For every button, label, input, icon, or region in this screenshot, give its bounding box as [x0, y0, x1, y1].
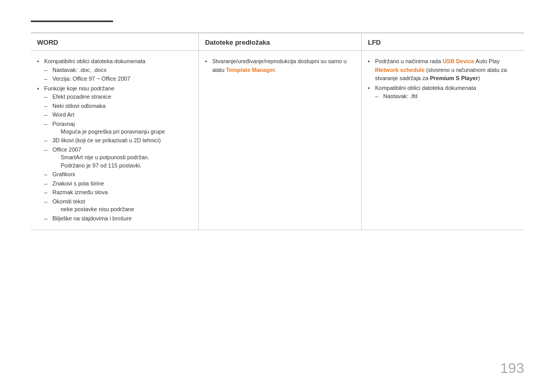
col-heading-word: WORD [31, 33, 198, 51]
word-sub-2-6-note1: SmartArt nije u potpunosti podržan. [52, 154, 192, 161]
word-sub-2-5: 3D likovi (koji će se prikazivati u 2D t… [44, 136, 192, 145]
network-schedule-link: Network schedule [376, 67, 424, 73]
word-sub-2-6: Office 2007 SmartArt nije u potpunosti p… [44, 145, 192, 170]
datoteke-content: Stvaranje/uređivanje/reprodukcija dostup… [198, 51, 361, 230]
word-sub-2-10: Okomiti tekst neke postavke nisu podržan… [44, 197, 192, 214]
page-container: WORD Datoteke predložaka LFD Kompatibiln… [0, 0, 555, 392]
lfd-bullet-2: Kompatibilni oblici datoteka dokumenata … [368, 84, 518, 101]
word-sub-1-1: Nastavak: .doc, .docx [44, 66, 192, 74]
lfd-content: Podržano u načinima rada USB Device Auto… [361, 51, 524, 230]
word-sub-2-2: Neki stilovi odlomaka [44, 102, 192, 110]
word-bullet-1: Kompatibilni oblici datoteka dokumenata … [37, 57, 192, 83]
lfd-sub-2-1: Nastavak: .lfd [375, 92, 518, 101]
word-sub-2-11: Bilješke na slajdovima i brošure [44, 214, 192, 223]
template-manager-link: Template Manager [226, 67, 275, 73]
page-number: 193 [500, 360, 524, 377]
lfd-bullet-1: Podržano u načinima rada USB Device Auto… [368, 57, 518, 83]
word-sub-2-3: Word Art [44, 110, 192, 119]
col-heading-datoteke: Datoteke predložaka [198, 33, 361, 51]
word-sub-1-2: Verzija: Office 97 ~ Office 2007 [44, 74, 192, 83]
top-rule [31, 21, 113, 22]
word-bullet-2: Funkcije koje nisu podržane Efekt pozadi… [37, 84, 192, 223]
main-table: WORD Datoteke predložaka LFD Kompatibiln… [31, 33, 524, 230]
word-sub-2-4-note: Moguća je pogreška pri poravnanju grupe [52, 128, 192, 136]
word-sub-2-9: Razmak između slova [44, 188, 192, 197]
datoteke-bullet-1: Stvaranje/uređivanje/reprodukcija dostup… [205, 57, 355, 74]
usb-device-link: USB Device [442, 58, 474, 64]
premium-s-player: Premium S Player [430, 75, 478, 81]
word-sub-2-1: Efekt pozadine stranice [44, 92, 192, 101]
col-heading-lfd: LFD [361, 33, 524, 51]
word-sub-2-7: Grafikoni [44, 170, 192, 179]
word-sub-2-4: Poravnaj Moguća je pogreška pri poravnan… [44, 120, 192, 136]
word-sub-2-10-note: neke postavke nisu podržane [52, 206, 192, 213]
word-sub-2-6-note2: Podržano je 97 od 115 postavki. [52, 162, 192, 170]
word-sub-2-8: Znakovi s pola širine [44, 179, 192, 188]
word-content: Kompatibilni oblici datoteka dokumenata … [31, 51, 198, 230]
